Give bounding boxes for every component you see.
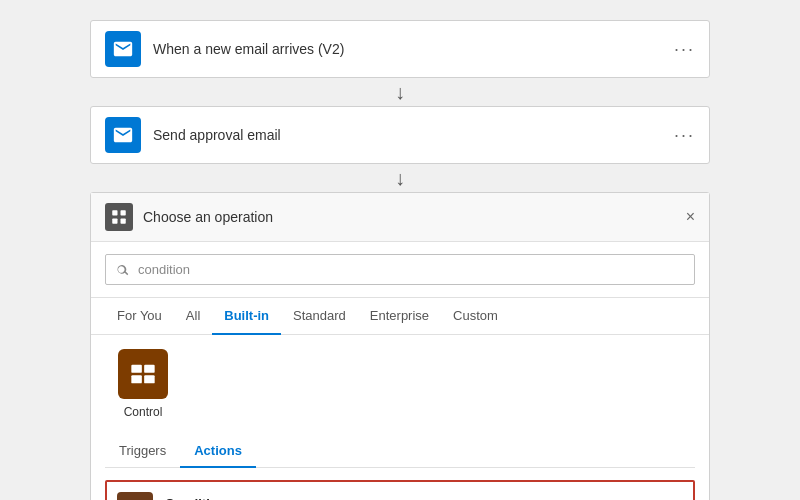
flow-step-2[interactable]: Send approval email ··· (90, 106, 710, 164)
svg-rect-4 (131, 365, 142, 373)
step1-dots[interactable]: ··· (674, 39, 695, 60)
svg-rect-7 (144, 375, 155, 383)
email2-icon (105, 117, 141, 153)
operation-panel: Choose an operation × For You All Built-… (90, 192, 710, 500)
svg-rect-1 (121, 210, 126, 215)
panel-header-icon (105, 203, 133, 231)
arrow-2: ↓ (395, 168, 405, 188)
tab-for-you[interactable]: For You (105, 298, 174, 335)
actions-list: Condition Control ⓘ Until Contr (105, 480, 695, 500)
canvas: When a new email arrives (V2) ··· ↓ Send… (20, 20, 780, 500)
connector-label: Control (124, 405, 163, 419)
tab-built-in[interactable]: Built-in (212, 298, 281, 335)
sub-tab-actions[interactable]: Actions (180, 435, 256, 468)
svg-rect-5 (144, 365, 155, 373)
content-area: Control Triggers Actions (91, 335, 709, 500)
action-item-condition[interactable]: Condition Control ⓘ (105, 480, 695, 500)
svg-rect-2 (112, 219, 117, 224)
search-input[interactable] (105, 254, 695, 285)
step1-label: When a new email arrives (V2) (153, 41, 674, 57)
tab-all[interactable]: All (174, 298, 212, 335)
sub-tab-triggers[interactable]: Triggers (105, 435, 180, 468)
svg-rect-0 (112, 210, 117, 215)
tab-custom[interactable]: Custom (441, 298, 510, 335)
step2-dots[interactable]: ··· (674, 125, 695, 146)
panel-title: Choose an operation (143, 209, 686, 225)
control-card-icon (118, 349, 168, 399)
sub-tabs-container: Triggers Actions (105, 435, 695, 468)
connector-grid: Control (105, 349, 695, 419)
flow-step-1[interactable]: When a new email arrives (V2) ··· (90, 20, 710, 78)
tab-standard[interactable]: Standard (281, 298, 358, 335)
condition-icon (117, 492, 153, 500)
close-button[interactable]: × (686, 209, 695, 225)
email-icon (105, 31, 141, 67)
svg-rect-3 (121, 219, 126, 224)
panel-header: Choose an operation × (91, 193, 709, 242)
svg-rect-6 (131, 375, 142, 383)
condition-name: Condition (165, 496, 657, 501)
arrow-1: ↓ (395, 82, 405, 102)
search-container (91, 242, 709, 298)
step2-label: Send approval email (153, 127, 674, 143)
connector-card-control[interactable]: Control (105, 349, 181, 419)
condition-info: Condition Control (165, 496, 657, 501)
tab-enterprise[interactable]: Enterprise (358, 298, 441, 335)
tabs-container: For You All Built-in Standard Enterprise… (91, 298, 709, 335)
